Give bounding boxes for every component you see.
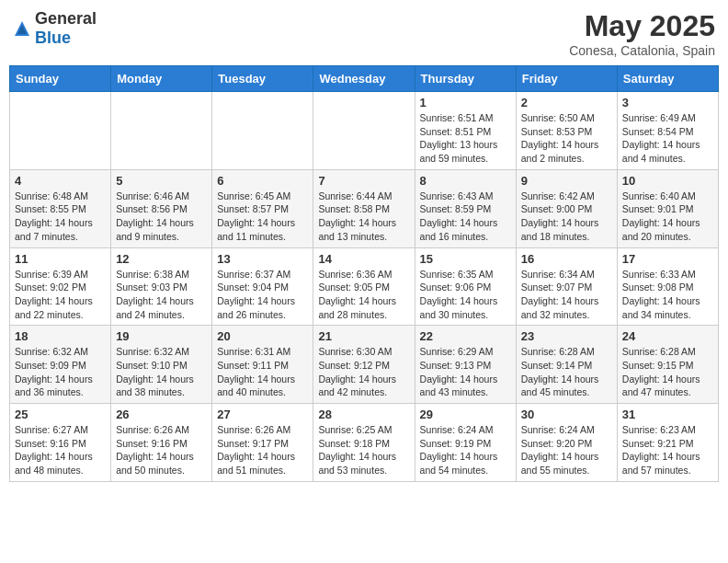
- day-number: 16: [521, 252, 612, 266]
- day-info: Sunrise: 6:26 AM: [217, 423, 308, 437]
- day-info: Sunrise: 6:46 AM: [116, 190, 207, 203]
- day-info: Sunrise: 6:27 AM: [15, 423, 106, 437]
- header-sunday: Sunday: [10, 66, 111, 92]
- day-info: Sunrise: 6:29 AM: [420, 345, 511, 359]
- table-row: 27Sunrise: 6:26 AMSunset: 9:17 PMDayligh…: [212, 404, 313, 482]
- day-info: Daylight: 14 hours and 16 minutes.: [420, 216, 511, 243]
- table-row: 29Sunrise: 6:24 AMSunset: 9:19 PMDayligh…: [415, 404, 516, 482]
- table-row: 26Sunrise: 6:26 AMSunset: 9:16 PMDayligh…: [111, 404, 212, 482]
- day-info: Sunrise: 6:28 AM: [622, 345, 713, 359]
- subtitle: Conesa, Catalonia, Spain: [569, 43, 715, 58]
- calendar-week-row: 11Sunrise: 6:39 AMSunset: 9:02 PMDayligh…: [10, 247, 719, 326]
- day-number: 29: [420, 408, 511, 421]
- table-row: [313, 92, 415, 170]
- table-row: 21Sunrise: 6:30 AMSunset: 9:12 PMDayligh…: [313, 326, 415, 404]
- day-info: Sunrise: 6:35 AM: [420, 268, 511, 282]
- day-info: Sunrise: 6:32 AM: [116, 345, 207, 359]
- calendar-week-row: 4Sunrise: 6:48 AMSunset: 8:55 PMDaylight…: [10, 169, 719, 247]
- day-info: Daylight: 14 hours and 54 minutes.: [420, 450, 511, 477]
- table-row: 10Sunrise: 6:40 AMSunset: 9:01 PMDayligh…: [617, 169, 718, 247]
- day-info: Sunset: 9:16 PM: [15, 437, 106, 451]
- day-info: Sunset: 9:11 PM: [217, 359, 308, 373]
- day-info: Sunrise: 6:25 AM: [318, 423, 409, 437]
- table-row: 1Sunrise: 6:51 AMSunset: 8:51 PMDaylight…: [415, 92, 516, 170]
- day-info: Sunrise: 6:24 AM: [521, 423, 612, 437]
- logo-general: General: [35, 9, 97, 28]
- day-info: Daylight: 14 hours and 26 minutes.: [217, 294, 308, 321]
- calendar-week-row: 18Sunrise: 6:32 AMSunset: 9:09 PMDayligh…: [10, 326, 719, 404]
- day-info: Daylight: 14 hours and 50 minutes.: [116, 450, 207, 477]
- table-row: 28Sunrise: 6:25 AMSunset: 9:18 PMDayligh…: [313, 404, 415, 482]
- day-info: Sunset: 9:01 PM: [622, 202, 713, 216]
- day-info: Sunrise: 6:43 AM: [420, 190, 511, 203]
- day-number: 23: [521, 329, 612, 343]
- day-info: Sunset: 9:02 PM: [15, 281, 106, 294]
- day-info: Sunrise: 6:40 AM: [622, 190, 713, 203]
- day-info: Daylight: 14 hours and 13 minutes.: [318, 216, 409, 243]
- day-info: Sunset: 8:55 PM: [15, 202, 106, 216]
- day-number: 11: [15, 252, 106, 266]
- day-info: Sunrise: 6:50 AM: [521, 111, 612, 125]
- header-monday: Monday: [111, 66, 212, 92]
- table-row: 12Sunrise: 6:38 AMSunset: 9:03 PMDayligh…: [111, 247, 212, 326]
- day-info: Sunset: 9:00 PM: [521, 202, 612, 216]
- day-info: Daylight: 14 hours and 40 minutes.: [217, 373, 308, 399]
- day-info: Sunset: 9:05 PM: [318, 281, 409, 294]
- day-info: Daylight: 14 hours and 30 minutes.: [420, 294, 511, 321]
- day-number: 5: [116, 174, 207, 188]
- table-row: 24Sunrise: 6:28 AMSunset: 9:15 PMDayligh…: [617, 326, 718, 404]
- day-number: 15: [420, 252, 511, 266]
- day-info: Daylight: 14 hours and 47 minutes.: [622, 373, 713, 399]
- day-info: Daylight: 14 hours and 57 minutes.: [622, 450, 713, 477]
- day-info: Sunset: 8:53 PM: [521, 125, 612, 139]
- day-info: Daylight: 13 hours and 59 minutes.: [420, 138, 511, 165]
- table-row: 3Sunrise: 6:49 AMSunset: 8:54 PMDaylight…: [617, 92, 718, 170]
- day-info: Sunset: 8:56 PM: [116, 202, 207, 216]
- table-row: [10, 92, 111, 170]
- day-info: Sunset: 8:58 PM: [318, 202, 409, 216]
- day-number: 19: [116, 329, 207, 343]
- day-number: 12: [116, 252, 207, 266]
- day-info: Daylight: 14 hours and 38 minutes.: [116, 373, 207, 399]
- day-number: 4: [15, 174, 106, 188]
- calendar: Sunday Monday Tuesday Wednesday Thursday…: [9, 65, 719, 482]
- day-info: Sunset: 8:57 PM: [217, 202, 308, 216]
- table-row: 19Sunrise: 6:32 AMSunset: 9:10 PMDayligh…: [111, 326, 212, 404]
- day-info: Sunset: 9:09 PM: [15, 359, 106, 373]
- day-number: 17: [622, 252, 713, 266]
- table-row: 16Sunrise: 6:34 AMSunset: 9:07 PMDayligh…: [516, 247, 617, 326]
- main-title: May 2025: [569, 9, 715, 43]
- day-info: Daylight: 14 hours and 45 minutes.: [521, 373, 612, 399]
- day-number: 28: [318, 408, 409, 421]
- day-info: Sunset: 9:14 PM: [521, 359, 612, 373]
- table-row: 30Sunrise: 6:24 AMSunset: 9:20 PMDayligh…: [516, 404, 617, 482]
- day-info: Sunset: 9:04 PM: [217, 281, 308, 294]
- day-info: Daylight: 14 hours and 9 minutes.: [116, 216, 207, 243]
- day-info: Sunrise: 6:37 AM: [217, 268, 308, 282]
- day-info: Daylight: 14 hours and 18 minutes.: [521, 216, 612, 243]
- day-info: Sunrise: 6:51 AM: [420, 111, 511, 125]
- table-row: 5Sunrise: 6:46 AMSunset: 8:56 PMDaylight…: [111, 169, 212, 247]
- day-info: Sunset: 8:59 PM: [420, 202, 511, 216]
- day-info: Daylight: 14 hours and 32 minutes.: [521, 294, 612, 321]
- day-info: Daylight: 14 hours and 28 minutes.: [318, 294, 409, 321]
- calendar-week-row: 25Sunrise: 6:27 AMSunset: 9:16 PMDayligh…: [10, 404, 719, 482]
- table-row: [111, 92, 212, 170]
- header-tuesday: Tuesday: [212, 66, 313, 92]
- day-number: 6: [217, 174, 308, 188]
- day-info: Daylight: 14 hours and 53 minutes.: [318, 450, 409, 477]
- header-saturday: Saturday: [617, 66, 718, 92]
- day-info: Sunset: 9:20 PM: [521, 437, 612, 451]
- day-number: 8: [420, 174, 511, 188]
- table-row: 4Sunrise: 6:48 AMSunset: 8:55 PMDaylight…: [10, 169, 111, 247]
- header: General Blue May 2025 Conesa, Catalonia,…: [9, 9, 719, 58]
- table-row: 18Sunrise: 6:32 AMSunset: 9:09 PMDayligh…: [10, 326, 111, 404]
- day-number: 21: [318, 329, 409, 343]
- day-info: Daylight: 14 hours and 48 minutes.: [15, 450, 106, 477]
- day-number: 25: [15, 408, 106, 421]
- day-number: 2: [521, 96, 612, 109]
- table-row: 13Sunrise: 6:37 AMSunset: 9:04 PMDayligh…: [212, 247, 313, 326]
- logo-blue: Blue: [35, 29, 71, 47]
- table-row: 11Sunrise: 6:39 AMSunset: 9:02 PMDayligh…: [10, 247, 111, 326]
- calendar-week-row: 1Sunrise: 6:51 AMSunset: 8:51 PMDaylight…: [10, 92, 719, 170]
